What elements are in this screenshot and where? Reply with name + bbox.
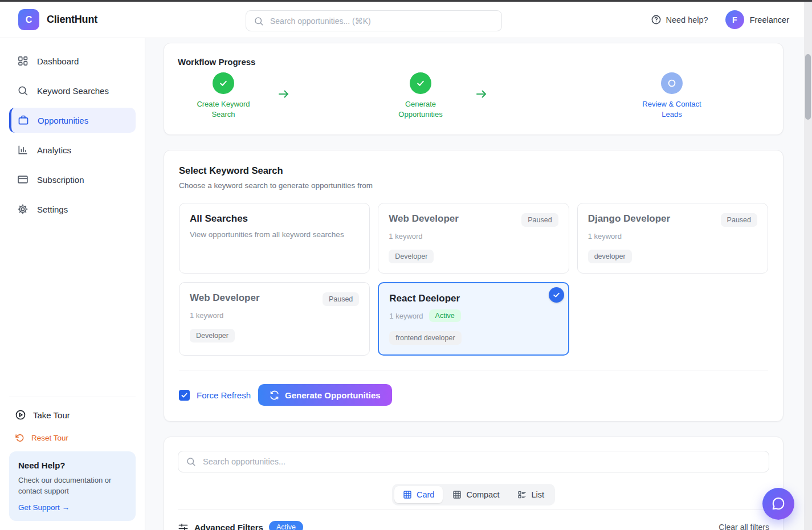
workflow-steps: Create Keyword Search Generate Opportuni… <box>178 69 769 127</box>
search-icon <box>254 16 264 26</box>
paused-badge: Paused <box>323 292 359 306</box>
sidebar-item-keyword-searches[interactable]: Keyword Searches <box>9 78 136 103</box>
select-keyword-search-title: Select Keyword Search <box>179 165 768 176</box>
reset-tour-button[interactable]: Reset Tour <box>9 429 136 447</box>
chat-button[interactable] <box>762 488 794 520</box>
arrow-right-icon <box>277 87 291 101</box>
need-help-button[interactable]: Need help? <box>651 14 708 25</box>
generate-opportunities-button[interactable]: Generate Opportunities <box>258 384 392 406</box>
keyword-card-web-developer-1[interactable]: Web Developer Paused 1 keyword Developer <box>378 203 569 274</box>
refresh-icon <box>270 390 279 400</box>
gear-icon <box>17 203 28 215</box>
workflow-step-label: Generate Opportunities <box>385 99 456 119</box>
opportunities-search-input[interactable] <box>202 456 761 467</box>
keyword-card-description: View opportunities from all keyword sear… <box>190 230 359 239</box>
list-icon <box>517 490 527 499</box>
keyword-card-title: Django Developer <box>588 213 671 225</box>
opportunities-panel: Card Compact List <box>164 437 784 530</box>
avatar[interactable]: F <box>725 10 744 29</box>
arrow-right-icon <box>475 87 488 101</box>
main-content: Workflow Progress Create Keyword Search … <box>145 38 812 530</box>
need-help-card-body: Check our documentation or contact suppo… <box>18 475 121 497</box>
filters-active-badge: Active <box>269 521 303 530</box>
active-badge: Active <box>429 309 461 322</box>
sidebar-bottom: Take Tour Reset Tour Need Help? Check ou… <box>9 397 136 521</box>
keyword-tag: frontend developer <box>389 331 461 345</box>
app-name: ClientHunt <box>47 14 97 26</box>
play-circle-icon <box>15 409 26 421</box>
view-mode-list[interactable]: List <box>509 486 553 503</box>
keyword-card-title: React Deeloper <box>389 293 460 304</box>
brand[interactable]: C ClientHunt <box>18 9 97 30</box>
take-tour-button[interactable]: Take Tour <box>9 405 136 425</box>
top-header: C ClientHunt Need help? F Freelancer <box>0 2 812 38</box>
advanced-filters-toggle[interactable]: Advanced Filters Active <box>178 521 303 530</box>
view-mode-label: Compact <box>466 490 499 499</box>
header-right: Need help? F Freelancer <box>651 10 789 29</box>
view-mode-compact[interactable]: Compact <box>444 486 508 503</box>
workflow-progress-title: Workflow Progress <box>178 57 769 67</box>
sidebar-item-label: Subscription <box>37 175 84 185</box>
reset-tour-label: Reset Tour <box>31 434 68 442</box>
select-keyword-search-subtitle: Choose a keyword search to generate oppo… <box>179 181 768 190</box>
keyword-card-title: All Searches <box>190 213 248 225</box>
user-menu[interactable]: F Freelancer <box>725 10 789 29</box>
view-mode-toggle: Card Compact List <box>392 484 555 505</box>
opportunities-search[interactable] <box>178 451 769 472</box>
get-support-link[interactable]: Get Support → <box>18 503 127 512</box>
keyword-count: 1 keyword <box>389 232 422 240</box>
workflow-step-label: Review & Contact Leads <box>636 99 707 119</box>
sidebar-item-analytics[interactable]: Analytics <box>9 137 136 162</box>
keyword-count: 1 keyword <box>190 311 223 320</box>
workflow-step-label: Create Keyword Search <box>188 99 259 119</box>
need-help-card-title: Need Help? <box>18 460 127 470</box>
selected-check-icon <box>549 287 564 303</box>
grid-icon <box>452 490 462 499</box>
app-logo-letter: C <box>26 15 32 25</box>
sidebar-item-label: Keyword Searches <box>37 86 109 96</box>
view-mode-card[interactable]: Card <box>394 486 443 503</box>
app-logo: C <box>18 9 39 30</box>
sidebar-item-subscription[interactable]: Subscription <box>9 167 136 192</box>
reset-icon <box>15 433 25 443</box>
need-help-label: Need help? <box>666 15 708 25</box>
force-refresh-checkbox[interactable] <box>179 390 190 401</box>
sidebar-item-label: Dashboard <box>37 56 79 66</box>
generate-footer: Force Refresh Generate Opportunities <box>179 384 768 406</box>
step-pending-ring-icon <box>661 72 683 94</box>
sidebar-item-opportunities[interactable]: Opportunities <box>9 108 136 133</box>
keyword-tag: Developer <box>190 329 235 343</box>
sidebar-item-settings[interactable]: Settings <box>9 197 136 222</box>
keyword-tag: Developer <box>389 250 434 263</box>
keyword-search-grid: All Searches View opportunities from all… <box>179 203 768 356</box>
workflow-step-create-keyword-search: Create Keyword Search <box>178 72 269 119</box>
keyword-count: 1 keyword <box>389 312 423 320</box>
window-top-edge <box>0 0 812 2</box>
keyword-card-django-developer[interactable]: Django Developer Paused 1 keyword develo… <box>577 203 768 274</box>
sidebar-item-dashboard[interactable]: Dashboard <box>9 48 136 74</box>
keyword-card-title: Web Developer <box>190 292 260 304</box>
divider <box>179 370 768 370</box>
global-search-input[interactable] <box>269 16 494 26</box>
global-search[interactable] <box>246 10 502 31</box>
need-help-card: Need Help? Check our documentation or co… <box>9 451 136 521</box>
force-refresh-label[interactable]: Force Refresh <box>197 390 251 400</box>
keyword-card-all-searches[interactable]: All Searches View opportunities from all… <box>179 203 370 274</box>
scrollbar-thumb[interactable] <box>805 54 811 120</box>
keyword-tag: developer <box>588 250 632 263</box>
workflow-progress-card: Workflow Progress Create Keyword Search … <box>164 43 784 135</box>
search-icon <box>186 456 196 467</box>
chat-bubble-icon <box>771 496 786 511</box>
sidebar-item-label: Opportunities <box>38 116 88 125</box>
search-icon <box>17 85 28 96</box>
bar-chart-icon <box>17 144 28 156</box>
keyword-card-web-developer-2[interactable]: Web Developer Paused 1 keyword Developer <box>179 282 370 356</box>
credit-card-icon <box>17 174 28 185</box>
keyword-card-react-deeloper[interactable]: React Deeloper 1 keyword Active frontend… <box>378 282 569 356</box>
step-complete-check-icon <box>410 72 431 94</box>
paused-badge: Paused <box>521 213 558 227</box>
clienthunt-app: C ClientHunt Need help? F Freelancer <box>0 0 812 530</box>
keyword-card-title: Web Developer <box>389 213 459 225</box>
scrollbar-track[interactable] <box>804 2 812 530</box>
clear-all-filters-button[interactable]: Clear all filters <box>719 523 769 530</box>
